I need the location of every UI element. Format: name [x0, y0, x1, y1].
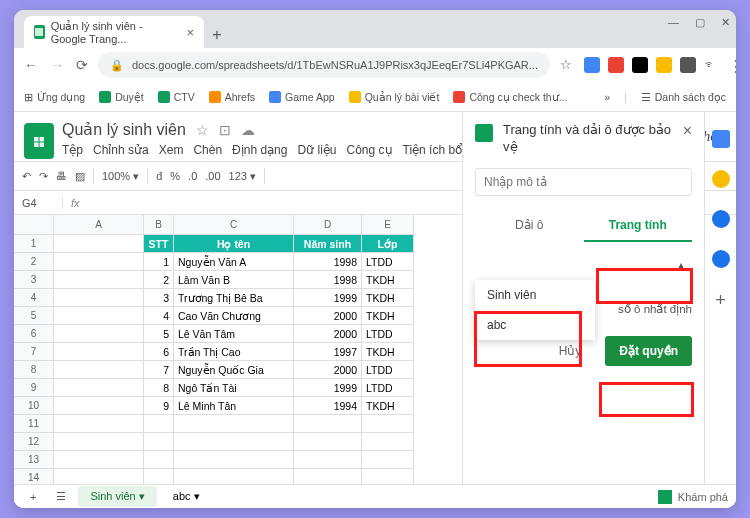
url-field[interactable]: 🔒 docs.google.com/spreadsheets/d/1TbEwNS…	[98, 52, 550, 78]
cell[interactable]	[54, 379, 144, 397]
redo-icon[interactable]: ↷	[39, 170, 48, 183]
cell[interactable]: 2000	[294, 325, 362, 343]
column-header[interactable]: E	[362, 215, 414, 235]
currency-button[interactable]: đ	[156, 170, 162, 182]
dropdown-option[interactable]: Sinh viên	[475, 280, 595, 310]
menu-icon[interactable]: ⋮	[728, 57, 736, 73]
dec-decrease-button[interactable]: .0	[188, 170, 197, 182]
cell[interactable]: Trương Thị Bê Ba	[174, 289, 294, 307]
cell[interactable]: 6	[144, 343, 174, 361]
sheet-dropdown[interactable]: ▴ Sinh viên abc	[475, 250, 692, 280]
tab-range[interactable]: Dải ô	[475, 210, 584, 242]
cell[interactable]	[294, 415, 362, 433]
cell[interactable]: Lớp	[362, 235, 414, 253]
cell[interactable]: Lâm Văn B	[174, 271, 294, 289]
keep-icon[interactable]	[712, 170, 730, 188]
cell[interactable]	[54, 253, 144, 271]
cell[interactable]: Ngô Tấn Tài	[174, 379, 294, 397]
tasks-icon[interactable]	[712, 210, 730, 228]
cell[interactable]	[54, 343, 144, 361]
ext-icon[interactable]	[584, 57, 600, 73]
cell[interactable]: TKDH	[362, 289, 414, 307]
dropdown-option[interactable]: abc	[475, 310, 595, 340]
row-header[interactable]: 9	[14, 379, 54, 397]
cell[interactable]: TKDH	[362, 271, 414, 289]
bookmark-item[interactable]: Công cụ check thư...	[453, 91, 567, 103]
print-icon[interactable]: 🖶	[56, 170, 67, 182]
cell[interactable]	[54, 325, 144, 343]
cell[interactable]: 8	[144, 379, 174, 397]
cell[interactable]: 3	[144, 289, 174, 307]
close-panel-icon[interactable]: ×	[683, 122, 692, 140]
back-icon[interactable]: ←	[24, 57, 38, 73]
bookmark-item[interactable]: Game App	[269, 91, 335, 103]
cell[interactable]	[362, 433, 414, 451]
tab-sheet[interactable]: Trang tính	[584, 210, 693, 242]
column-header[interactable]: A	[54, 215, 144, 235]
browser-tab[interactable]: Quản lý sinh viên - Google Trang... ×	[24, 16, 204, 48]
cell[interactable]: Nguyễn Văn A	[174, 253, 294, 271]
cell[interactable]: Cao Văn Chương	[174, 307, 294, 325]
cell[interactable]: TKDH	[362, 307, 414, 325]
cell[interactable]	[144, 415, 174, 433]
ext-icon[interactable]: ᯤ	[704, 57, 720, 73]
cell[interactable]	[54, 235, 144, 253]
sheet-tab[interactable]: abc ▾	[161, 486, 212, 507]
row-header[interactable]: 13	[14, 451, 54, 469]
row-header[interactable]: 8	[14, 361, 54, 379]
menu-insert[interactable]: Chèn	[193, 143, 222, 157]
cell[interactable]: Lê Văn Tâm	[174, 325, 294, 343]
cell[interactable]	[362, 415, 414, 433]
cell[interactable]: LTDD	[362, 325, 414, 343]
cell[interactable]	[144, 451, 174, 469]
forward-icon[interactable]: →	[50, 57, 64, 73]
cell[interactable]	[54, 307, 144, 325]
add-addon-icon[interactable]: +	[715, 290, 726, 311]
cell[interactable]: 2000	[294, 361, 362, 379]
menu-view[interactable]: Xem	[159, 143, 184, 157]
row-header[interactable]: 7	[14, 343, 54, 361]
row-header[interactable]: 4	[14, 289, 54, 307]
cell[interactable]: Nguyễn Quốc Gia	[174, 361, 294, 379]
cell[interactable]: 4	[144, 307, 174, 325]
cell[interactable]	[294, 451, 362, 469]
cloud-icon[interactable]: ☁	[241, 122, 255, 138]
reload-icon[interactable]: ⟳	[76, 57, 88, 73]
cell[interactable]	[54, 397, 144, 415]
cell[interactable]: Trần Thị Cao	[174, 343, 294, 361]
dec-increase-button[interactable]: .00	[205, 170, 220, 182]
cell[interactable]: STT	[144, 235, 174, 253]
maximize-icon[interactable]: ▢	[695, 16, 705, 29]
bookmark-item[interactable]: Quản lý bài viết	[349, 91, 440, 103]
paint-icon[interactable]: ▨	[75, 170, 85, 183]
cell[interactable]: 1994	[294, 397, 362, 415]
cell[interactable]: LTDD	[362, 361, 414, 379]
cell[interactable]	[54, 271, 144, 289]
calendar-icon[interactable]	[712, 130, 730, 148]
row-header[interactable]: 1	[14, 235, 54, 253]
reading-list[interactable]: ☰Danh sách đọc	[641, 91, 726, 103]
column-header[interactable]: B	[144, 215, 174, 235]
minimize-icon[interactable]: —	[668, 16, 679, 29]
row-header[interactable]: 12	[14, 433, 54, 451]
zoom-select[interactable]: 100% ▾	[102, 170, 139, 183]
row-header[interactable]: 5	[14, 307, 54, 325]
bookmark-item[interactable]: ⊞Ứng dụng	[24, 91, 85, 103]
folder-icon[interactable]: ⊡	[219, 122, 231, 138]
overflow-icon[interactable]: »	[604, 91, 610, 103]
row-header[interactable]: 3	[14, 271, 54, 289]
column-header[interactable]: C	[174, 215, 294, 235]
cell[interactable]	[174, 415, 294, 433]
document-title[interactable]: Quản lý sinh viên	[62, 120, 186, 139]
cell[interactable]: 1999	[294, 289, 362, 307]
menu-data[interactable]: Dữ liệu	[297, 143, 336, 157]
tab-close-icon[interactable]: ×	[186, 25, 194, 40]
new-tab-button[interactable]: +	[204, 22, 230, 48]
menu-tools[interactable]: Công cụ	[346, 143, 392, 157]
row-header[interactable]: 2	[14, 253, 54, 271]
ext-icon[interactable]	[680, 57, 696, 73]
cell[interactable]	[54, 433, 144, 451]
cell[interactable]: 1999	[294, 379, 362, 397]
contacts-icon[interactable]	[712, 250, 730, 268]
bookmark-item[interactable]: Ahrefs	[209, 91, 255, 103]
